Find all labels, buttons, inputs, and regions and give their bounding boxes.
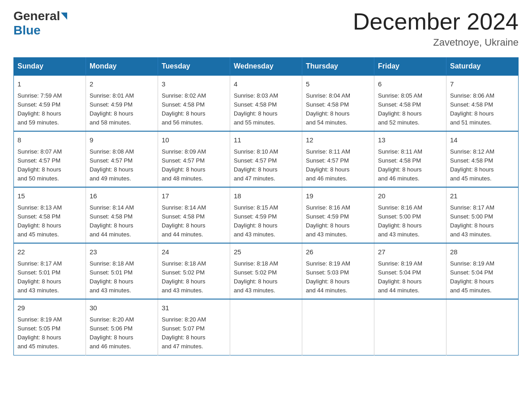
day-info: Sunrise: 8:17 AMSunset: 5:00 PMDaylight:… <box>450 203 515 240</box>
day-info: Sunrise: 8:19 AMSunset: 5:03 PMDaylight:… <box>306 259 370 295</box>
day-number: 16 <box>90 191 154 201</box>
day-number: 19 <box>306 191 370 201</box>
calendar-day-cell: 29Sunrise: 8:19 AMSunset: 5:05 PMDayligh… <box>14 299 86 355</box>
day-number: 31 <box>162 303 226 313</box>
day-number: 24 <box>162 247 226 257</box>
day-info: Sunrise: 8:04 AMSunset: 4:58 PMDaylight:… <box>306 91 370 128</box>
day-number: 20 <box>378 191 442 201</box>
title-section: December 2024 Zavetnoye, Ukraine <box>353 9 519 48</box>
day-of-week-header: Thursday <box>302 58 374 76</box>
day-number: 27 <box>378 247 442 257</box>
calendar-day-cell: 20Sunrise: 8:16 AMSunset: 5:00 PMDayligh… <box>374 187 446 243</box>
calendar-day-cell <box>230 299 302 355</box>
logo: General Blue <box>13 9 68 38</box>
calendar-day-cell: 7Sunrise: 8:06 AMSunset: 4:58 PMDaylight… <box>446 75 519 131</box>
day-of-week-header: Saturday <box>446 58 519 76</box>
calendar-day-cell: 16Sunrise: 8:14 AMSunset: 4:58 PMDayligh… <box>86 187 158 243</box>
day-number: 8 <box>17 135 82 146</box>
calendar-week-row: 15Sunrise: 8:13 AMSunset: 4:58 PMDayligh… <box>14 187 519 243</box>
day-info: Sunrise: 8:18 AMSunset: 5:02 PMDaylight:… <box>234 259 298 295</box>
calendar-day-cell: 22Sunrise: 8:17 AMSunset: 5:01 PMDayligh… <box>14 243 86 299</box>
day-info: Sunrise: 8:03 AMSunset: 4:58 PMDaylight:… <box>234 91 298 128</box>
day-info: Sunrise: 8:08 AMSunset: 4:57 PMDaylight:… <box>90 147 154 184</box>
calendar-day-cell: 19Sunrise: 8:16 AMSunset: 4:59 PMDayligh… <box>302 187 374 243</box>
month-title: December 2024 <box>353 9 519 34</box>
day-number: 1 <box>17 79 82 90</box>
day-info: Sunrise: 8:14 AMSunset: 4:58 PMDaylight:… <box>90 203 154 240</box>
day-info: Sunrise: 8:18 AMSunset: 5:02 PMDaylight:… <box>162 259 226 295</box>
day-number: 23 <box>90 247 154 257</box>
day-info: Sunrise: 8:18 AMSunset: 5:01 PMDaylight:… <box>90 259 154 295</box>
day-info: Sunrise: 8:05 AMSunset: 4:58 PMDaylight:… <box>378 91 442 128</box>
calendar-day-cell <box>446 299 519 355</box>
calendar-day-cell: 15Sunrise: 8:13 AMSunset: 4:58 PMDayligh… <box>14 187 86 243</box>
day-of-week-header: Friday <box>374 58 446 76</box>
day-number: 22 <box>17 247 82 257</box>
day-info: Sunrise: 8:19 AMSunset: 5:05 PMDaylight:… <box>17 315 82 351</box>
calendar-day-cell: 4Sunrise: 8:03 AMSunset: 4:58 PMDaylight… <box>230 75 302 131</box>
calendar-day-cell: 13Sunrise: 8:11 AMSunset: 4:58 PMDayligh… <box>374 131 446 187</box>
day-info: Sunrise: 8:11 AMSunset: 4:58 PMDaylight:… <box>378 147 442 184</box>
calendar-day-cell: 28Sunrise: 8:19 AMSunset: 5:04 PMDayligh… <box>446 243 519 299</box>
calendar-day-cell: 8Sunrise: 8:07 AMSunset: 4:57 PMDaylight… <box>14 131 86 187</box>
day-number: 28 <box>450 247 515 257</box>
day-info: Sunrise: 8:15 AMSunset: 4:59 PMDaylight:… <box>234 203 298 240</box>
calendar-day-cell: 18Sunrise: 8:15 AMSunset: 4:59 PMDayligh… <box>230 187 302 243</box>
day-number: 7 <box>450 79 515 90</box>
day-of-week-header: Tuesday <box>158 58 230 76</box>
day-info: Sunrise: 8:06 AMSunset: 4:58 PMDaylight:… <box>450 91 515 128</box>
day-info: Sunrise: 8:12 AMSunset: 4:58 PMDaylight:… <box>450 147 515 184</box>
calendar-day-cell: 1Sunrise: 7:59 AMSunset: 4:59 PMDaylight… <box>14 75 86 131</box>
calendar-day-cell: 26Sunrise: 8:19 AMSunset: 5:03 PMDayligh… <box>302 243 374 299</box>
day-info: Sunrise: 8:13 AMSunset: 4:58 PMDaylight:… <box>17 203 82 240</box>
calendar-day-cell: 23Sunrise: 8:18 AMSunset: 5:01 PMDayligh… <box>86 243 158 299</box>
calendar-day-cell: 30Sunrise: 8:20 AMSunset: 5:06 PMDayligh… <box>86 299 158 355</box>
day-info: Sunrise: 8:17 AMSunset: 5:01 PMDaylight:… <box>17 259 82 295</box>
location-subtitle: Zavetnoye, Ukraine <box>353 37 519 48</box>
calendar-day-cell: 27Sunrise: 8:19 AMSunset: 5:04 PMDayligh… <box>374 243 446 299</box>
day-number: 30 <box>90 303 154 313</box>
day-number: 3 <box>162 79 226 90</box>
calendar-header: SundayMondayTuesdayWednesdayThursdayFrid… <box>14 58 519 76</box>
day-number: 10 <box>162 135 226 146</box>
calendar-day-cell: 25Sunrise: 8:18 AMSunset: 5:02 PMDayligh… <box>230 243 302 299</box>
day-number: 5 <box>306 79 370 90</box>
day-info: Sunrise: 8:19 AMSunset: 5:04 PMDaylight:… <box>450 259 515 295</box>
day-info: Sunrise: 8:19 AMSunset: 5:04 PMDaylight:… <box>378 259 442 295</box>
day-info: Sunrise: 8:09 AMSunset: 4:57 PMDaylight:… <box>162 147 226 184</box>
logo-blue-text: Blue <box>13 23 41 38</box>
day-number: 6 <box>378 79 442 90</box>
calendar-day-cell: 11Sunrise: 8:10 AMSunset: 4:57 PMDayligh… <box>230 131 302 187</box>
calendar-body: 1Sunrise: 7:59 AMSunset: 4:59 PMDaylight… <box>14 75 519 355</box>
calendar-day-cell: 5Sunrise: 8:04 AMSunset: 4:58 PMDaylight… <box>302 75 374 131</box>
page-header: General Blue December 2024 Zavetnoye, Uk… <box>13 9 519 48</box>
calendar-table: SundayMondayTuesdayWednesdayThursdayFrid… <box>13 57 519 355</box>
day-of-week-header: Sunday <box>14 58 86 76</box>
calendar-day-cell <box>302 299 374 355</box>
calendar-week-row: 1Sunrise: 7:59 AMSunset: 4:59 PMDaylight… <box>14 75 519 131</box>
day-number: 2 <box>90 79 154 90</box>
day-number: 25 <box>234 247 298 257</box>
day-number: 26 <box>306 247 370 257</box>
calendar-day-cell: 17Sunrise: 8:14 AMSunset: 4:58 PMDayligh… <box>158 187 230 243</box>
calendar-day-cell <box>374 299 446 355</box>
logo-general-text: General <box>13 9 60 23</box>
day-info: Sunrise: 8:01 AMSunset: 4:59 PMDaylight:… <box>90 91 154 128</box>
day-number: 29 <box>17 303 82 313</box>
day-of-week-header: Wednesday <box>230 58 302 76</box>
calendar-day-cell: 9Sunrise: 8:08 AMSunset: 4:57 PMDaylight… <box>86 131 158 187</box>
calendar-day-cell: 31Sunrise: 8:20 AMSunset: 5:07 PMDayligh… <box>158 299 230 355</box>
day-of-week-header: Monday <box>86 58 158 76</box>
calendar-day-cell: 24Sunrise: 8:18 AMSunset: 5:02 PMDayligh… <box>158 243 230 299</box>
day-number: 4 <box>234 79 298 90</box>
day-info: Sunrise: 8:16 AMSunset: 5:00 PMDaylight:… <box>378 203 442 240</box>
day-number: 12 <box>306 135 370 146</box>
day-info: Sunrise: 8:20 AMSunset: 5:07 PMDaylight:… <box>162 315 226 351</box>
day-info: Sunrise: 8:11 AMSunset: 4:57 PMDaylight:… <box>306 147 370 184</box>
calendar-day-cell: 21Sunrise: 8:17 AMSunset: 5:00 PMDayligh… <box>446 187 519 243</box>
calendar-day-cell: 14Sunrise: 8:12 AMSunset: 4:58 PMDayligh… <box>446 131 519 187</box>
day-number: 11 <box>234 135 298 146</box>
day-number: 14 <box>450 135 515 146</box>
calendar-day-cell: 2Sunrise: 8:01 AMSunset: 4:59 PMDaylight… <box>86 75 158 131</box>
calendar-day-cell: 6Sunrise: 8:05 AMSunset: 4:58 PMDaylight… <box>374 75 446 131</box>
